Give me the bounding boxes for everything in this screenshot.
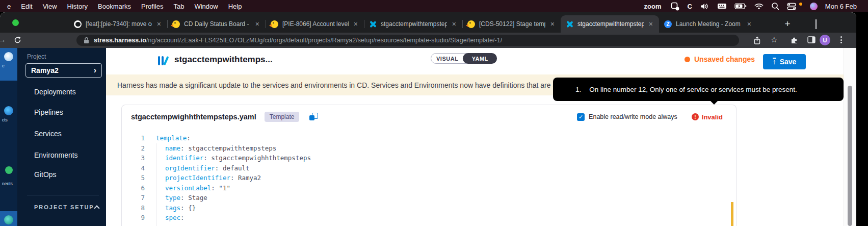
rail-module-selected[interactable] [0, 211, 17, 226]
side-panel-icon[interactable] [807, 36, 816, 43]
yaml-line[interactable]: 2 name: stgacctempwithtempsteps [122, 143, 736, 154]
tab-close-icon[interactable]: × [451, 20, 457, 28]
browser-menu-kebab-icon[interactable] [840, 36, 842, 43]
template-studio-main: stgacctempwithtemps... VISUAL YAML Unsav… [106, 48, 844, 226]
line-number: 8 [122, 204, 145, 212]
save-button[interactable]: ↑ Save [763, 54, 806, 69]
page-scrollbar-track[interactable] [844, 48, 856, 226]
rail-module-projects[interactable]: cts [0, 102, 17, 122]
tab-close-icon[interactable]: × [648, 20, 654, 28]
new-tab-button[interactable]: + [781, 17, 794, 31]
tab-close-icon[interactable]: × [549, 20, 556, 28]
cleanshot-icon[interactable]: C [687, 2, 692, 10]
projects-module-icon [4, 106, 13, 115]
yaml-line[interactable]: 7 type: Stage [122, 193, 736, 203]
tab-close-icon[interactable]: × [254, 20, 260, 28]
project-selector[interactable]: Ramya2 › [25, 63, 102, 78]
yaml-line[interactable]: 1 template: [122, 133, 736, 143]
yaml-value: default [219, 164, 249, 172]
sidenav-item-environments[interactable]: Environments [34, 151, 78, 159]
active-app-name[interactable]: zoom [644, 3, 662, 10]
lock-icon [84, 37, 89, 44]
menubar-item[interactable]: Tab [168, 3, 189, 10]
browser-tab[interactable]: [feat]:[pie-7340]: move co × [69, 15, 167, 33]
browser-tab[interactable]: stgacctempwithtempsteps × [561, 15, 659, 33]
tab-close-icon[interactable]: × [156, 20, 162, 28]
template-title: stgacctempwithtemps... [174, 55, 273, 65]
omnibox[interactable]: stress.harness.io/ng/account/zEaak-FLS42… [76, 35, 739, 46]
traffic-light-green[interactable] [12, 19, 19, 26]
yaml-value: stgacctempwighhthtempsteps [207, 154, 311, 162]
keyboard-icon[interactable] [717, 2, 727, 10]
yaml-code-area[interactable]: 1 template: 2 name: stgacctempwithtempst… [122, 133, 736, 223]
sidenav-item-gitops[interactable]: GitOps [34, 170, 57, 179]
spotlight-icon[interactable] [771, 2, 779, 10]
menubar-clock[interactable]: Mon 6 Feb [825, 3, 857, 10]
yaml-filename: stgacctempwighhthtempsteps.yaml [131, 113, 256, 121]
reload-icon[interactable] [13, 36, 22, 44]
profile-avatar[interactable]: U [820, 35, 830, 45]
yaml-value: stgacctempwithtempsteps [185, 144, 277, 152]
project-sidenav: Project Ramya2 › PROJECT SETUP Deploymen… [17, 48, 106, 226]
yaml-value: {} [185, 204, 196, 212]
browser-tab[interactable]: [PIE-8066] Account level t × [266, 15, 364, 33]
tab-title: Launch Meeting - Zoom [676, 20, 742, 28]
control-center-icon[interactable] [787, 2, 796, 10]
project-name: Ramya2 [31, 66, 59, 74]
yaml-line[interactable]: 4 orgIdentifier: default [122, 163, 736, 173]
share-icon[interactable] [753, 36, 761, 45]
readwrite-checkbox[interactable]: ✓ [577, 113, 585, 121]
siri-icon[interactable] [810, 2, 818, 10]
yaml-line[interactable]: 9 spec: [122, 213, 736, 223]
browser-tab[interactable]: Launch Meeting - Zoom × [659, 15, 757, 33]
tab-title: [PIE-8066] Account level t [282, 20, 349, 28]
menubar-item[interactable]: View [38, 3, 62, 10]
zoom-favicon-icon [664, 20, 672, 28]
menubar-item[interactable]: e [2, 3, 16, 10]
yaml-line[interactable]: 5 projectIdentifier: Ramya2 [122, 173, 736, 183]
line-number: 7 [122, 194, 145, 202]
tab-title: stgacctempwithtempsteps [577, 20, 644, 28]
sidenav-item-pipelines[interactable]: Pipelines [34, 108, 63, 116]
chevron-right-icon: › [94, 66, 96, 75]
yaml-key: orgIdentifier [165, 164, 215, 172]
toggle-visual[interactable]: VISUAL [431, 54, 463, 63]
menubar-item[interactable]: Bookmarks [93, 3, 136, 10]
menubar-item[interactable]: Edit [16, 3, 37, 10]
copy-icon[interactable] [309, 113, 318, 121]
sidenav-item-deployments[interactable]: Deployments [34, 88, 76, 96]
error-index: 1. [575, 86, 581, 93]
line-number: 9 [122, 214, 145, 221]
sidenav-item-services[interactable]: Services [34, 130, 62, 138]
toggle-yaml[interactable]: YAML [463, 53, 497, 64]
page-scrollbar-thumb[interactable] [848, 86, 852, 226]
bookmark-star-icon[interactable]: ☆ [771, 35, 777, 44]
browser-tab[interactable]: CD Daily Status Board - Ag × [167, 15, 266, 33]
volume-icon[interactable] [700, 2, 709, 10]
tab-search-chevron-icon[interactable] [816, 19, 825, 26]
tab-close-icon[interactable]: × [353, 20, 359, 28]
tab-close-icon[interactable]: × [746, 20, 752, 28]
battery-icon[interactable] [734, 2, 747, 10]
wifi-icon[interactable] [754, 2, 764, 10]
yaml-line[interactable]: 8 tags: {} [122, 203, 736, 213]
yaml-line[interactable]: 6 versionLabel: "1" [122, 183, 736, 193]
menubar-item[interactable]: Profiles [136, 3, 168, 10]
line-number: 5 [122, 174, 145, 182]
rail-module-home[interactable]: e [0, 48, 17, 81]
browser-tab[interactable]: [CDS-50122] Stage templa × [462, 15, 561, 33]
screen-record-badge-icon[interactable] [671, 2, 679, 10]
extensions-puzzle-icon[interactable] [790, 36, 798, 44]
forward-icon[interactable]: → [0, 35, 6, 44]
yaml-line[interactable]: 3 identifier: stgacctempwighhthtempsteps [122, 153, 736, 163]
menubar-item[interactable]: Help [223, 3, 247, 10]
menubar-item[interactable]: History [62, 3, 93, 10]
menubar-item[interactable]: Window [189, 3, 223, 10]
yaml-colon: : [180, 144, 185, 152]
rail-module-deployments[interactable]: nents [0, 166, 17, 186]
project-setup-section[interactable]: PROJECT SETUP [34, 204, 99, 210]
readwrite-toggle-group[interactable]: ✓ Enable read/write mode always [577, 113, 677, 121]
browser-tab[interactable]: stgacctempwithtempsteps × [364, 15, 462, 33]
harness-module-icon [4, 52, 13, 61]
harness-favicon-icon [369, 20, 377, 28]
